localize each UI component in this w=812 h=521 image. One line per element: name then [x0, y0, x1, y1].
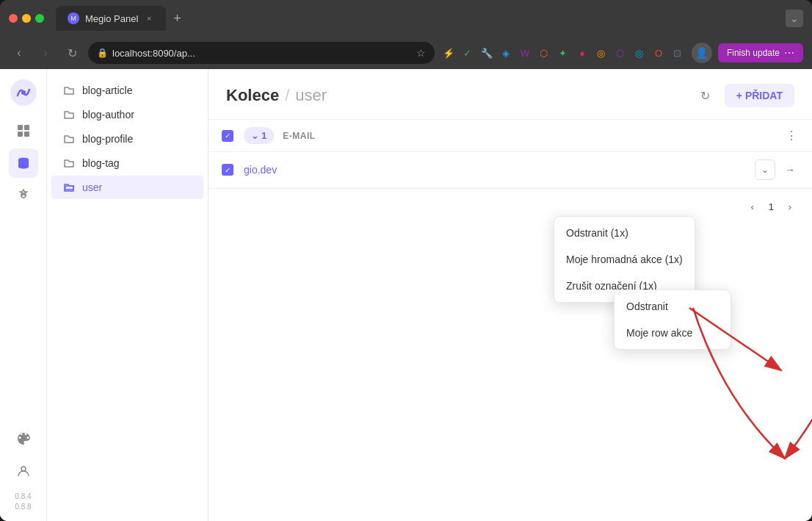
prev-page-button[interactable]: ‹	[742, 196, 763, 217]
svg-point-8	[21, 467, 26, 471]
more-options-icon[interactable]: ⋮	[783, 129, 800, 143]
ext-icon-7[interactable]: ✦	[555, 45, 571, 61]
select-all-checkbox[interactable]	[222, 130, 233, 142]
row-checkbox[interactable]	[222, 164, 233, 176]
nav-database-icon[interactable]	[9, 148, 38, 178]
tab-close-button[interactable]: ×	[144, 13, 154, 24]
header-checkbox-col	[220, 130, 235, 142]
new-tab-button[interactable]: +	[166, 8, 189, 29]
sidebar-label-blog-tag: blog-tag	[82, 157, 120, 169]
add-button[interactable]: + PŘIDAT	[725, 84, 794, 107]
row-dropdown-item-0[interactable]: Odstranit	[615, 293, 731, 320]
sidebar: blog-article blog-author blog-profile	[47, 69, 209, 521]
active-tab[interactable]: M Megio Panel ×	[56, 6, 166, 31]
app-content: 0.8.4 0.8.8 blog-article	[0, 69, 812, 521]
icon-nav: 0.8.4 0.8.8	[0, 69, 47, 521]
ext-icon-11[interactable]: ◎	[631, 45, 648, 61]
nav-user-icon[interactable]	[9, 456, 38, 486]
finish-update-button[interactable]: Finish update ⋯	[718, 43, 803, 62]
ext-icon-5[interactable]: W	[517, 45, 533, 61]
nav-bottom-area: 0.8.4 0.8.8	[9, 424, 38, 512]
sidebar-item-blog-article[interactable]: blog-article	[51, 79, 203, 102]
bulk-count: 1	[261, 130, 267, 141]
ext-icon-9[interactable]: ◎	[593, 45, 609, 61]
row-navigate-button[interactable]: →	[780, 159, 800, 180]
forward-button[interactable]: ›	[35, 43, 56, 63]
browser-toolbar: ‹ › ↻ 🔒 localhost:8090/ap... ☆ ⚡ ✓ 🔧 ◈ W…	[0, 37, 812, 69]
email-column-header: E-MAIL	[283, 131, 774, 141]
tab-bar: M Megio Panel × +	[56, 6, 780, 31]
nav-settings-icon[interactable]	[9, 181, 38, 210]
folder-icon	[63, 109, 75, 121]
row-checkbox-col	[220, 164, 235, 176]
reload-button[interactable]: ↻	[62, 43, 82, 63]
folder-icon	[63, 157, 75, 169]
browser-titlebar: M Megio Panel × + ⌄	[0, 0, 812, 37]
bulk-dropdown-item-1[interactable]: Moje hromadná akce (1x)	[554, 246, 695, 273]
svg-rect-2	[18, 125, 23, 130]
svg-rect-4	[18, 132, 23, 137]
bulk-actions-button[interactable]: ⌄ 1	[244, 127, 274, 144]
sidebar-label-blog-profile: blog-profile	[82, 133, 133, 145]
main-header: Kolece / user ↻ + PŘIDAT	[209, 69, 812, 120]
ext-icon-13[interactable]: ⊡	[670, 45, 686, 61]
folder-open-icon	[63, 182, 75, 193]
table-header-row: ⌄ 1 E-MAIL ⋮	[209, 120, 812, 152]
nav-dashboard-icon[interactable]	[9, 116, 38, 145]
finish-update-more-icon: ⋯	[784, 47, 794, 59]
folder-icon	[63, 133, 75, 145]
sidebar-label-user: user	[82, 182, 102, 193]
ext-icon-4[interactable]: ◈	[498, 45, 514, 61]
ext-icon-12[interactable]: O	[650, 45, 667, 61]
email-cell: gio.dev	[244, 164, 746, 176]
star-icon[interactable]: ☆	[416, 47, 426, 59]
row-actions-dropdown: Odstranit Moje row akce	[614, 290, 731, 350]
table-row: gio.dev ⌄ →	[209, 152, 812, 188]
email-value: gio.dev	[244, 164, 277, 176]
breadcrumb-separator: /	[285, 86, 289, 105]
header-actions: ↻ + PŘIDAT	[694, 84, 794, 107]
row-actions: ⌄ →	[755, 159, 800, 180]
profile-avatar[interactable]: 👤	[692, 43, 712, 63]
ext-icon-1[interactable]: ⚡	[441, 45, 457, 61]
ext-icon-2[interactable]: ✓	[460, 45, 476, 61]
sidebar-item-blog-profile[interactable]: blog-profile	[51, 127, 203, 151]
ext-icon-10[interactable]: ⬡	[612, 45, 628, 61]
row-dropdown-item-1[interactable]: Moje row akce	[615, 320, 731, 346]
sidebar-item-blog-tag[interactable]: blog-tag	[51, 151, 203, 175]
page-number: 1	[769, 201, 774, 212]
next-page-button[interactable]: ›	[780, 196, 800, 217]
svg-rect-5	[24, 132, 29, 137]
back-button[interactable]: ‹	[9, 43, 29, 63]
address-bar[interactable]: 🔒 localhost:8090/ap... ☆	[88, 42, 435, 64]
sidebar-item-blog-author[interactable]: blog-author	[51, 103, 203, 126]
bulk-dropdown-item-0[interactable]: Odstranit (1x)	[554, 220, 695, 246]
sidebar-item-user[interactable]: user	[51, 176, 203, 199]
main-content: Kolece / user ↻ + PŘIDAT ⌄	[209, 69, 812, 521]
pagination: ‹ 1 ›	[209, 188, 812, 224]
lock-icon: 🔒	[97, 48, 108, 58]
sidebar-label-blog-article: blog-article	[82, 85, 132, 96]
tab-favicon: M	[68, 12, 79, 24]
maximize-traffic-light[interactable]	[35, 14, 44, 23]
ext-icon-8[interactable]: ♦	[574, 45, 590, 61]
folder-icon	[63, 85, 75, 96]
address-text: localhost:8090/ap...	[112, 48, 195, 59]
ext-icon-3[interactable]: 🔧	[479, 45, 495, 61]
toolbar-extensions: ⚡ ✓ 🔧 ◈ W ⬡ ✦ ♦ ◎ ⬡ ◎ O ⊡	[441, 45, 686, 61]
refresh-button[interactable]: ↻	[694, 84, 717, 107]
tab-title: Megio Panel	[85, 13, 138, 24]
minimize-traffic-light[interactable]	[22, 14, 31, 23]
svg-point-1	[21, 90, 26, 95]
breadcrumb-root: Kolece	[226, 86, 279, 105]
row-expand-button[interactable]: ⌄	[755, 159, 775, 180]
breadcrumb-current: user	[295, 86, 327, 105]
breadcrumb: Kolece / user	[226, 86, 327, 105]
version-text: 0.8.4 0.8.8	[15, 492, 31, 512]
finish-update-label: Finish update	[727, 48, 780, 58]
nav-theme-icon[interactable]	[9, 424, 38, 453]
close-traffic-light[interactable]	[9, 14, 18, 23]
browser-menu-button[interactable]: ⌄	[786, 10, 803, 27]
ext-icon-6[interactable]: ⬡	[536, 45, 552, 61]
sidebar-label-blog-author: blog-author	[82, 109, 134, 121]
